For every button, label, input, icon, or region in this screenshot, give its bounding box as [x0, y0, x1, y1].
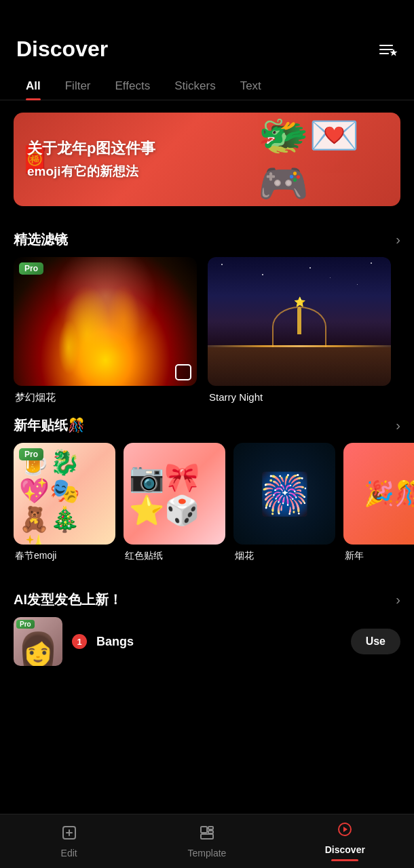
svg-rect-10	[201, 834, 213, 839]
tab-stickers[interactable]: Stickers	[162, 73, 227, 100]
filter-cards-row: Pro 梦幻烟花 ⭐ Starry Night	[0, 257, 414, 404]
banner-line2: emoji有它的新想法	[27, 163, 155, 180]
ai-count-badge: 1	[72, 634, 87, 649]
sticker-name-firework: 烟花	[233, 550, 335, 562]
nav-label-discover: Discover	[325, 844, 365, 855]
nav-item-edit[interactable]: Edit	[0, 825, 138, 859]
sticker-red-inner: 📷🎀⭐🎲	[124, 443, 225, 545]
sticker-card-new-year[interactable]: 🎉🎊 新年	[343, 443, 414, 562]
sticker-section-title: 新年贴纸🎊	[14, 416, 85, 435]
nav-label-template: Template	[188, 848, 227, 859]
nav-label-edit: Edit	[61, 848, 77, 859]
bottom-navigation: Edit Template Discover	[0, 814, 414, 868]
filter-section-title: 精选滤镜	[14, 231, 68, 249]
nav-item-discover[interactable]: Discover	[276, 821, 414, 861]
svg-marker-12	[343, 827, 347, 832]
list-star-icon[interactable]	[379, 42, 398, 57]
banner-line1: 关于龙年p图这件事	[27, 138, 155, 159]
page-title: Discover	[16, 37, 108, 62]
tab-effects[interactable]: Effects	[103, 73, 163, 100]
sticker-new-inner: 🎉🎊	[343, 443, 414, 545]
ai-section: AI发型发色上新！ › Pro 👩 1 Bangs Use	[0, 578, 414, 666]
filter-check-fireworks	[175, 364, 191, 380]
use-button[interactable]: Use	[351, 629, 400, 654]
sticker-name-new-year: 新年	[343, 550, 414, 562]
filter-section-header: 精选滤镜 ›	[0, 218, 414, 257]
banner-content: 关于龙年p图这件事 emoji有它的新想法	[14, 127, 169, 191]
sticker-card-red[interactable]: 📷🎀⭐🎲 红色贴纸	[124, 443, 225, 562]
sticker-name-red: 红色贴纸	[124, 550, 225, 562]
ai-section-header: AI发型发色上新！ ›	[0, 578, 414, 617]
pro-badge-ai: Pro	[16, 620, 35, 629]
ai-section-arrow[interactable]: ›	[396, 592, 400, 608]
ai-feature-name: Bangs	[96, 635, 341, 649]
ai-preview-row: Pro 👩 1 Bangs Use	[0, 617, 414, 666]
filter-card-starry-night[interactable]: ⭐ Starry Night	[208, 257, 391, 404]
banner-dragon-emoji: 🐲💌🎮	[258, 113, 394, 206]
template-icon	[199, 825, 215, 845]
ai-avatar: Pro 👩	[14, 617, 62, 666]
tab-filter[interactable]: Filter	[53, 73, 103, 100]
sticker-firework-img: 🎆	[233, 443, 335, 545]
discover-icon	[337, 821, 353, 842]
sticker-spring-emoji-img: Pro 🍺🐉💖🎭🧸🎄✨	[14, 443, 115, 545]
svg-rect-7	[201, 827, 207, 833]
filter-section-arrow[interactable]: ›	[396, 232, 400, 248]
header: Discover	[0, 0, 414, 73]
sticker-section-header: 新年贴纸🎊 ›	[0, 404, 414, 443]
filter-name-fireworks: 梦幻烟花	[14, 391, 197, 404]
svg-rect-8	[208, 827, 213, 829]
filter-card-fireworks-img: Pro	[14, 257, 197, 386]
tab-all[interactable]: All	[14, 73, 53, 100]
tabs-bar: All Filter Effects Stickers Text	[0, 73, 414, 100]
sticker-firework-inner: 🎆	[233, 443, 335, 545]
sticker-section-arrow[interactable]: ›	[396, 418, 400, 433]
sticker-card-spring-emoji[interactable]: Pro 🍺🐉💖🎭🧸🎄✨ 春节emoji	[14, 443, 115, 562]
pro-badge-spring-emoji: Pro	[19, 448, 43, 460]
fireworks-sparks	[14, 257, 197, 386]
pro-badge-fireworks: Pro	[19, 262, 43, 275]
ai-section-title: AI发型发色上新！	[14, 591, 122, 609]
sticker-card-firework[interactable]: 🎆 烟花	[233, 443, 335, 562]
sticker-cards-row: Pro 🍺🐉💖🎭🧸🎄✨ 春节emoji 📷🎀⭐🎲 红色贴纸 🎆 烟花 🎉🎊	[0, 443, 414, 562]
bridge-bg: ⭐	[208, 257, 391, 386]
filter-card-starry-night-img: ⭐	[208, 257, 391, 386]
sticker-name-spring-emoji: 春节emoji	[14, 550, 115, 562]
bridge-reflection	[208, 347, 391, 386]
tab-text[interactable]: Text	[228, 73, 274, 100]
sticker-new-img: 🎉🎊	[343, 443, 414, 545]
nav-active-indicator	[331, 859, 358, 861]
nav-item-template[interactable]: Template	[138, 825, 276, 859]
filter-card-fireworks[interactable]: Pro 梦幻烟花	[14, 257, 197, 404]
promo-banner[interactable]: 🧧 关于龙年p图这件事 emoji有它的新想法 🐲💌🎮	[14, 113, 400, 206]
fireworks-bg	[14, 257, 197, 386]
edit-icon	[61, 825, 77, 845]
filter-name-starry-night: Starry Night	[208, 391, 391, 403]
sticker-red-img: 📷🎀⭐🎲	[124, 443, 225, 545]
svg-rect-9	[208, 831, 213, 833]
